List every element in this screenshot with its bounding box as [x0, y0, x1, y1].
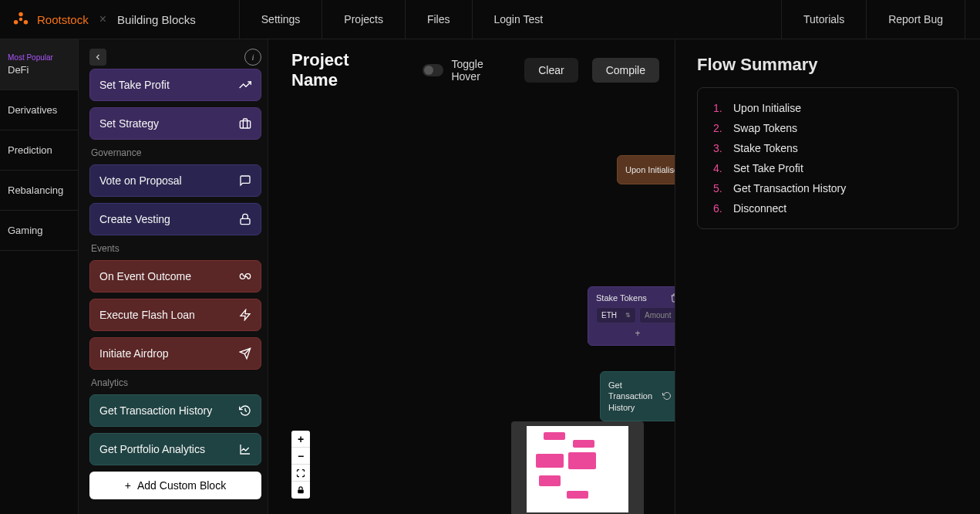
block-label: Get Transaction History [99, 404, 212, 417]
block-label: Create Vesting [99, 213, 170, 225]
page-title: Building Blocks [117, 13, 196, 26]
nav-tutorials[interactable]: Tutorials [781, 0, 866, 39]
block-label: Initiate Airdrop [99, 347, 169, 360]
updown-icon: ⇅ [625, 312, 631, 319]
block-label: Execute Flash Loan [99, 309, 195, 321]
trash-icon[interactable] [670, 293, 675, 303]
summary-label: Swap Tokens [733, 122, 797, 134]
zoom-in-button[interactable]: + [291, 431, 310, 448]
block-get-portfolio-analytics[interactable]: Get Portfolio Analytics [89, 433, 261, 465]
svg-rect-4 [240, 121, 250, 128]
minimap[interactable] [511, 421, 644, 514]
block-vote-on-proposal[interactable]: Vote on Proposal [89, 164, 261, 197]
category-rebalancing[interactable]: Rebalancing [0, 171, 78, 211]
summary-number: 3. [713, 142, 726, 154]
svg-point-1 [14, 20, 19, 24]
node-upon-initialise[interactable]: Upon Initialise [617, 155, 675, 184]
summary-label: Stake Tokens [733, 142, 798, 154]
block-set-strategy[interactable]: Set Strategy [89, 107, 261, 140]
compile-button[interactable]: Compile [592, 58, 659, 83]
block-on-event-outcome[interactable]: On Event Outcome [89, 260, 261, 293]
block-label: On Event Outcome [99, 270, 191, 282]
summary-item: 4.Set Take Profit [713, 162, 942, 174]
summary-item: 3.Stake Tokens [713, 142, 942, 154]
chart-line-icon [239, 443, 251, 455]
svg-rect-11 [298, 490, 304, 494]
briefcase-icon [239, 117, 251, 130]
node-label: Get Transaction History [608, 380, 662, 413]
zoom-controls: + − [291, 431, 310, 499]
back-button[interactable] [89, 49, 106, 66]
block-execute-flash-loan[interactable]: Execute Flash Loan [89, 299, 261, 331]
summary-label: Upon Initialise [733, 102, 801, 114]
breadcrumb-separator: × [99, 12, 106, 26]
block-initiate-airdrop[interactable]: Initiate Airdrop [89, 337, 261, 370]
block-get-transaction-history[interactable]: Get Transaction History [89, 394, 261, 427]
category-derivatives[interactable]: Derivatives [0, 90, 78, 130]
node-stake-tokens[interactable]: Stake Tokens ETH⇅ Amount + [588, 286, 675, 346]
summary-title: Flow Summary [697, 55, 958, 75]
nav-right: Tutorials Report Bug [781, 0, 980, 39]
add-custom-block-button[interactable]: + Add Custom Block [89, 472, 261, 499]
svg-point-3 [19, 18, 23, 22]
zap-icon [239, 309, 251, 321]
summary-label: Get Transaction History [733, 182, 846, 194]
nav-files[interactable]: Files [405, 0, 472, 39]
category-sidebar: Most Popular DeFi Derivatives Prediction… [0, 39, 79, 514]
block-label: Set Strategy [99, 117, 159, 130]
canvas[interactable]: Project Name Toggle Hover Clear Compile … [268, 39, 675, 514]
fan-icon [239, 270, 251, 282]
node-get-transaction-history[interactable]: Get Transaction History [600, 371, 675, 421]
category-prediction[interactable]: Prediction [0, 130, 78, 171]
zoom-fit-button[interactable] [291, 465, 310, 482]
maximize-icon [296, 468, 305, 478]
stake-token-select[interactable]: ETH⇅ [596, 307, 636, 323]
block-create-vesting[interactable]: Create Vesting [89, 203, 261, 235]
summary-number: 6. [713, 202, 726, 215]
nav-report-bug[interactable]: Report Bug [866, 0, 965, 39]
summary-label: Set Take Profit [733, 162, 803, 174]
clear-button[interactable]: Clear [524, 58, 578, 83]
summary-number: 2. [713, 122, 726, 134]
svg-marker-6 [241, 309, 250, 320]
summary-number: 5. [713, 182, 726, 194]
send-icon [239, 347, 251, 360]
nav-settings[interactable]: Settings [239, 0, 322, 39]
popular-tag: Most Popular [8, 53, 70, 62]
summary-item: 6.Disconnect [713, 202, 942, 215]
summary-list: 1.Upon Initialise 2.Swap Tokens 3.Stake … [697, 87, 958, 229]
rootstock-logo-icon [12, 11, 29, 28]
stake-amount-input[interactable]: Amount [639, 307, 675, 323]
blocks-panel[interactable]: i Set Take Profit Set Strategy Governanc… [79, 39, 268, 514]
summary-number: 1. [713, 102, 726, 114]
summary-number: 4. [713, 162, 726, 174]
add-field-button[interactable]: + [596, 328, 675, 339]
block-label: Get Portfolio Analytics [99, 443, 205, 455]
nav-projects[interactable]: Projects [322, 0, 405, 39]
category-defi[interactable]: Most Popular DeFi [0, 39, 78, 90]
nav-left: Settings Projects Files Login Test [239, 0, 564, 39]
flow-summary-panel: Flow Summary 1.Upon Initialise 2.Swap To… [675, 39, 980, 514]
section-governance: Governance [91, 147, 261, 158]
nav-login-test[interactable]: Login Test [472, 0, 565, 39]
lock-icon [239, 213, 251, 225]
history-icon [662, 391, 672, 401]
summary-item: 1.Upon Initialise [713, 102, 942, 114]
category-gaming[interactable]: Gaming [0, 211, 78, 251]
toggle-hover-switch[interactable] [423, 64, 444, 76]
info-button[interactable]: i [244, 49, 261, 66]
zoom-lock-button[interactable] [291, 482, 310, 499]
category-label: DeFi [8, 64, 70, 76]
block-set-take-profit[interactable]: Set Take Profit [89, 69, 261, 101]
summary-item: 5.Get Transaction History [713, 182, 942, 194]
section-analytics: Analytics [91, 377, 261, 388]
node-label: Stake Tokens [596, 293, 647, 303]
svg-point-2 [24, 20, 28, 24]
node-label: Upon Initialise [625, 165, 675, 174]
message-icon [239, 174, 251, 187]
toggle-hover-control: Toggle Hover [423, 58, 511, 83]
chevron-left-icon [93, 52, 103, 62]
zoom-out-button[interactable]: − [291, 448, 310, 465]
svg-point-0 [19, 12, 23, 17]
trending-up-icon [239, 79, 251, 91]
